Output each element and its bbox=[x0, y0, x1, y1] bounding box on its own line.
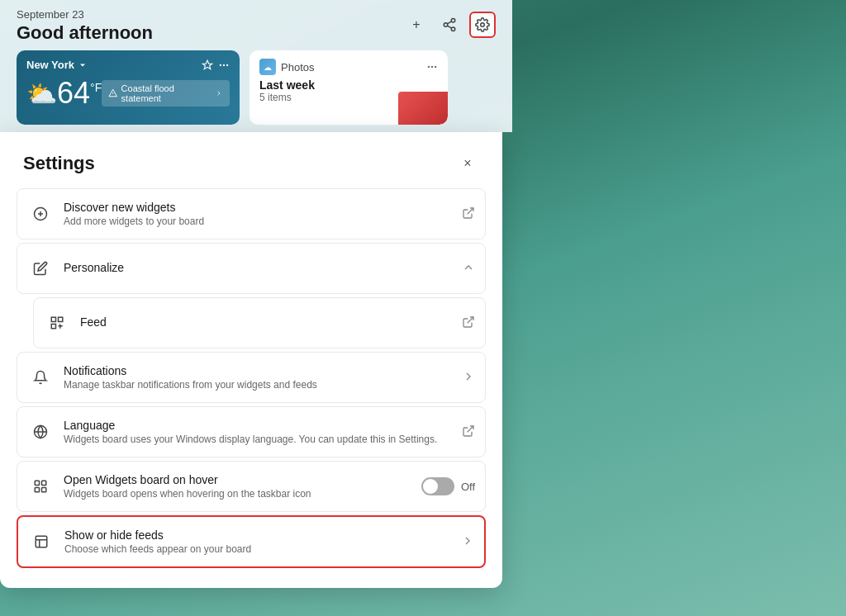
weather-city[interactable]: New York bbox=[26, 59, 88, 71]
weather-temperature: 64 °F bbox=[57, 76, 102, 111]
settings-close-button[interactable]: × bbox=[456, 152, 479, 175]
hover-toggle-container: Off bbox=[421, 477, 475, 495]
widgets-header: September 23 Good afternoon + bbox=[17, 8, 496, 44]
settings-item-feed-text: Feed bbox=[80, 315, 455, 330]
weather-card-actions bbox=[202, 59, 230, 71]
feed-icon bbox=[44, 310, 70, 336]
widgets-board-icon bbox=[27, 473, 54, 500]
svg-rect-26 bbox=[35, 481, 39, 485]
svg-rect-30 bbox=[36, 536, 47, 547]
widgets-cards: New York ⛅ 64 °F bbox=[17, 50, 496, 125]
plus-circle-icon bbox=[27, 201, 54, 227]
svg-point-1 bbox=[444, 23, 448, 27]
svg-point-14 bbox=[435, 66, 436, 68]
settings-item-feed[interactable]: Feed bbox=[33, 297, 486, 348]
chevron-right-icon bbox=[215, 89, 223, 97]
settings-item-language[interactable]: Language Widgets board uses your Windows… bbox=[17, 406, 486, 457]
settings-item-hover-desc: Widgets board opens when hovering on the… bbox=[64, 488, 421, 500]
settings-title: Settings bbox=[23, 153, 95, 174]
weather-card[interactable]: New York ⛅ 64 °F bbox=[17, 50, 240, 125]
settings-list: Discover new widgets Add more widgets to… bbox=[0, 188, 502, 588]
photos-period: Last week bbox=[259, 78, 438, 92]
photos-more-icon[interactable] bbox=[426, 61, 438, 73]
photos-preview-image bbox=[398, 92, 448, 125]
settings-modal-header: Settings × bbox=[0, 132, 502, 188]
connect-icon bbox=[442, 17, 457, 32]
settings-item-feeds-text: Show or hide feeds Choose which feeds ap… bbox=[64, 528, 454, 555]
settings-item-notifications-title: Notifications bbox=[64, 364, 455, 377]
svg-line-22 bbox=[468, 317, 473, 323]
photos-card-title: Photos bbox=[281, 61, 314, 73]
settings-modal: Settings × Discover new widgets Add more… bbox=[0, 132, 502, 588]
widgets-date: September 23 bbox=[17, 8, 153, 21]
hover-toggle[interactable] bbox=[421, 477, 454, 495]
settings-item-feed-title: Feed bbox=[80, 315, 455, 329]
svg-line-3 bbox=[447, 26, 451, 28]
widgets-toolbar: + bbox=[403, 12, 496, 38]
svg-rect-27 bbox=[42, 481, 46, 485]
widgets-date-greeting: September 23 Good afternoon bbox=[17, 8, 153, 44]
more-options-icon[interactable] bbox=[218, 59, 230, 71]
weather-unit: °F bbox=[90, 81, 102, 94]
close-icon: × bbox=[463, 156, 471, 171]
globe-icon bbox=[27, 419, 54, 445]
svg-point-0 bbox=[451, 19, 455, 23]
settings-item-feeds-title: Show or hide feeds bbox=[64, 528, 454, 542]
weather-alert-text: Coastal flood statement bbox=[121, 83, 212, 103]
settings-item-language-desc: Widgets board uses your Windows display … bbox=[64, 434, 455, 445]
svg-point-7 bbox=[223, 64, 225, 65]
svg-rect-21 bbox=[51, 325, 55, 329]
svg-point-13 bbox=[431, 66, 433, 68]
language-external-link-icon bbox=[462, 424, 475, 440]
feeds-chevron-right-icon bbox=[461, 534, 474, 550]
photos-title-row: ☁ Photos bbox=[259, 59, 314, 75]
chevron-up-icon bbox=[462, 261, 475, 277]
gear-icon bbox=[475, 17, 490, 32]
svg-rect-19 bbox=[51, 317, 55, 321]
bell-icon bbox=[27, 364, 54, 391]
settings-item-notifications-text: Notifications Manage taskbar notificatio… bbox=[64, 364, 455, 391]
settings-gear-button[interactable] bbox=[469, 12, 496, 38]
svg-point-2 bbox=[451, 27, 455, 31]
add-widget-button[interactable]: + bbox=[403, 12, 430, 38]
photos-card[interactable]: ☁ Photos Last week 5 items See all bbox=[250, 50, 448, 125]
photos-app-icon: ☁ bbox=[259, 59, 276, 75]
settings-item-feeds-desc: Choose which feeds appear on your board bbox=[64, 543, 454, 555]
pin-icon bbox=[202, 59, 213, 71]
widgets-greeting: Good afternoon bbox=[17, 22, 153, 44]
settings-scroll-area[interactable]: Discover new widgets Add more widgets to… bbox=[0, 188, 502, 588]
settings-item-discover[interactable]: Discover new widgets Add more widgets to… bbox=[17, 188, 486, 239]
pencil-icon bbox=[27, 255, 54, 282]
weather-alert[interactable]: Coastal flood statement bbox=[102, 80, 230, 107]
feed-external-link-icon bbox=[462, 315, 475, 331]
svg-rect-28 bbox=[35, 488, 39, 492]
svg-rect-29 bbox=[42, 488, 46, 492]
settings-item-personalize-title: Personalize bbox=[64, 261, 455, 274]
settings-item-personalize[interactable]: Personalize bbox=[17, 243, 486, 294]
settings-item-hover-text: Open Widgets board on hover Widgets boar… bbox=[64, 473, 421, 500]
svg-line-18 bbox=[468, 208, 473, 214]
weather-temp-value: 64 bbox=[57, 76, 90, 111]
settings-item-language-title: Language bbox=[64, 419, 455, 432]
svg-point-8 bbox=[226, 64, 228, 65]
svg-point-12 bbox=[428, 66, 430, 68]
show-feeds-icon bbox=[28, 528, 55, 555]
settings-item-hover[interactable]: Open Widgets board on hover Widgets boar… bbox=[17, 461, 486, 512]
settings-item-discover-text: Discover new widgets Add more widgets to… bbox=[64, 201, 455, 227]
settings-item-language-text: Language Widgets board uses your Windows… bbox=[64, 419, 455, 445]
external-link-icon bbox=[462, 206, 475, 222]
weather-cloud-icon: ⛅ bbox=[26, 79, 57, 108]
settings-item-hover-title: Open Widgets board on hover bbox=[64, 473, 421, 486]
weather-city-name: New York bbox=[26, 59, 74, 71]
settings-item-notifications[interactable]: Notifications Manage taskbar notificatio… bbox=[17, 352, 486, 403]
chevron-down-icon bbox=[78, 60, 88, 70]
settings-item-personalize-text: Personalize bbox=[64, 261, 455, 276]
widgets-panel: September 23 Good afternoon + bbox=[0, 0, 512, 132]
svg-point-5 bbox=[481, 23, 485, 27]
connect-button[interactable] bbox=[436, 12, 463, 38]
svg-line-4 bbox=[447, 21, 451, 24]
hover-toggle-label: Off bbox=[461, 481, 475, 493]
settings-item-feeds[interactable]: Show or hide feeds Choose which feeds ap… bbox=[17, 515, 486, 568]
notifications-chevron-right-icon bbox=[462, 370, 475, 386]
settings-item-discover-desc: Add more widgets to your board bbox=[64, 216, 455, 227]
